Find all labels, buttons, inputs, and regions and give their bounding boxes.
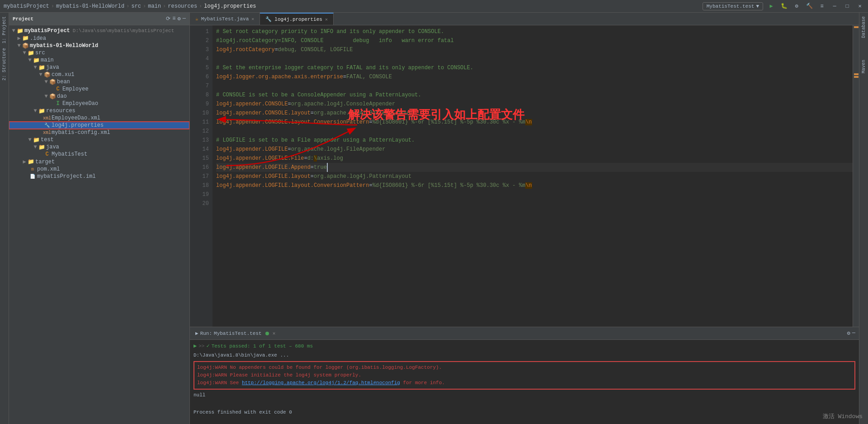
sidebar-item-maven[interactable]: Maven: [860, 58, 867, 75]
tab-bar: ☕ MybatisTest.java ✕ 🔧 log4j.properties …: [190, 13, 859, 25]
folder-icon-test: 📁: [33, 137, 40, 143]
interface-icon: I: [54, 100, 61, 107]
run-status-text: Tests passed: 1 of 1 test – 680 ms: [212, 343, 313, 349]
tree-item-java[interactable]: ▼ 📁 java: [9, 64, 189, 71]
tree-item-mybatisproject[interactable]: ▼ 📁 mybatisProject D:\Java\ssm\mybatis\m…: [9, 27, 189, 34]
build-button[interactable]: 🔨: [805, 2, 814, 11]
sync-icon[interactable]: ⟳: [166, 15, 170, 22]
code-line-7: [216, 81, 853, 91]
code-content[interactable]: # Set root category priority to INFO and…: [212, 25, 853, 327]
collapse-icon[interactable]: ≡: [172, 15, 175, 22]
arrow-resources: ▼: [33, 108, 38, 114]
properties-icon-log4j: 🔧: [43, 122, 51, 129]
run-button[interactable]: ▶: [767, 2, 776, 11]
sep4: ›: [163, 3, 166, 10]
label-src: src: [35, 50, 45, 56]
label-testjava: java: [46, 144, 59, 150]
tree-item-test[interactable]: ▼ 📁 test: [9, 136, 189, 143]
code-line-9: log4j.appender.CONSOLE=org.apache.log4j.…: [216, 100, 853, 109]
package-icon-comxu1: 📦: [43, 71, 51, 78]
window-min[interactable]: —: [830, 2, 839, 11]
label-resources: resources: [46, 108, 75, 114]
window-close[interactable]: ✕: [855, 2, 864, 11]
breadcrumb-main[interactable]: main: [148, 3, 161, 10]
code-line-15: log4j.appender.LOGFILE.File=d:\axis.log: [216, 154, 853, 163]
tree-item-bean[interactable]: ▼ 📦 bean: [9, 78, 189, 86]
label-idea: .idea: [30, 35, 46, 42]
sidebar-item-project[interactable]: 1: Project: [1, 14, 8, 45]
label-employeedao: EmployeeDao: [62, 100, 98, 107]
run-dot: [265, 332, 269, 335]
tree-item-testjava[interactable]: ▼ 📁 java: [9, 143, 189, 151]
package-icon-bean: 📦: [49, 79, 56, 85]
debug-button[interactable]: 🐛: [779, 2, 788, 11]
more-button[interactable]: ≡: [817, 2, 826, 11]
tree-item-employeedaoxml[interactable]: xml EmployeeDao.xml: [9, 114, 189, 122]
run-separator: >>: [198, 343, 204, 349]
code-editor[interactable]: 12345 678910 1112131415 1617181920 # Set…: [190, 25, 853, 327]
sep2: ›: [126, 3, 129, 10]
tree-item-resources[interactable]: ▼ 📁 resources: [9, 107, 189, 114]
tree-item-comxu1[interactable]: ▼ 📦 com.xu1: [9, 71, 189, 78]
warn-line-3: log4j:WARN See http://logging.apache.org…: [197, 379, 852, 387]
tab-log4j[interactable]: 🔧 log4j.properties ✕: [260, 13, 334, 25]
code-line-1: # Set root category priority to INFO and…: [216, 27, 853, 36]
warn-link[interactable]: http://logging.apache.org/log4j/1.2/faq.…: [242, 380, 400, 386]
coverage-button[interactable]: ⚙: [792, 2, 801, 11]
label-iml: mybatisProject.iml: [37, 173, 96, 180]
run-tab-close[interactable]: ✕: [273, 330, 276, 336]
close-panel-icon[interactable]: —: [183, 15, 186, 22]
code-line-3: log4j.rootCategory=debug, CONSOLE, LOGFI…: [216, 45, 853, 54]
tree-item-target[interactable]: ▶ 📁 target: [9, 158, 189, 166]
settings-icon[interactable]: ⚙: [178, 15, 181, 22]
breadcrumb-file[interactable]: log4j.properties: [204, 3, 256, 10]
main-layout: 1: Project 2: Structure Project ⟳ ≡ ⚙ — …: [0, 13, 868, 424]
tree-item-employee[interactable]: C Employee: [9, 86, 189, 93]
code-line-14: log4j.appender.LOGFILE=org.apache.log4j.…: [216, 145, 853, 154]
right-side-panel: Database Maven: [859, 13, 868, 424]
line-numbers: 12345 678910 1112131415 1617181920: [190, 25, 212, 327]
tab-close-mybatistest[interactable]: ✕: [251, 16, 254, 22]
tab-close-log4j[interactable]: ✕: [325, 17, 328, 22]
settings-gear-icon[interactable]: ⚙: [847, 330, 850, 337]
tree-item-dao[interactable]: ▼ 📦 dao: [9, 93, 189, 100]
run-tab[interactable]: ▶ Run: MybatisTest.test ✕: [193, 330, 277, 336]
run-config-selector[interactable]: MybatisTest.test ▼: [703, 2, 763, 10]
code-line-16: log4j.appender.LOGFILE.Append=true: [216, 163, 853, 172]
breadcrumb-module[interactable]: mybatis-01-HelloWorld: [56, 3, 124, 10]
run-icon: ▶: [195, 330, 198, 336]
tree-item-src[interactable]: ▼ 📁 src: [9, 49, 189, 57]
arrow-bean: ▼: [43, 79, 49, 85]
sidebar-item-structure[interactable]: 2: Structure: [1, 46, 8, 82]
run-play-icon[interactable]: ▶: [193, 343, 197, 349]
tree-item-mybatistest[interactable]: C MybatisTest: [9, 151, 189, 158]
sidebar-item-database[interactable]: Database: [860, 14, 867, 40]
arrow-comxu1: ▼: [38, 71, 43, 78]
tree-item-iml[interactable]: 📄 mybatisProject.iml: [9, 173, 189, 180]
window-max[interactable]: □: [843, 2, 852, 11]
breadcrumb-project[interactable]: mybatisProject: [4, 3, 49, 10]
label-helloworld: mybatis-01-HelloWorld: [30, 43, 98, 49]
breadcrumb-src[interactable]: src: [131, 3, 141, 10]
label-target: target: [35, 159, 55, 165]
tree-item-helloworld[interactable]: ▼ 📦 mybatis-01-HelloWorld: [9, 42, 189, 49]
tab-mybatistest[interactable]: ☕ MybatisTest.java ✕: [190, 13, 260, 25]
tree-item-employeedao[interactable]: I EmployeeDao: [9, 100, 189, 107]
gutter-marker-2: [854, 73, 859, 75]
arrow-testjava: ▼: [33, 144, 38, 150]
code-line-12: [216, 127, 853, 136]
bottom-panel-tools: ⚙ —: [847, 330, 855, 337]
tree-item-log4j[interactable]: 🔧 log4j.properties: [9, 122, 189, 129]
minimize-icon[interactable]: —: [852, 330, 855, 337]
tree-item-main[interactable]: ▼ 📁 main: [9, 57, 189, 64]
sep1: ›: [51, 3, 54, 10]
warn-box: log4j:WARN No appenders could be found f…: [193, 361, 855, 390]
label-employeedaoxml: EmployeeDao.xml: [52, 115, 100, 121]
tree-item-idea[interactable]: ▶ 📁 .idea: [9, 34, 189, 42]
warn-line-3-prefix: log4j:WARN See: [197, 380, 242, 386]
tree-item-pom[interactable]: m pom.xml: [9, 166, 189, 173]
class-icon-employee: C: [54, 86, 61, 92]
tree-item-mybatisconfig[interactable]: xml mybatis-config.xml: [9, 129, 189, 136]
breadcrumb-resources[interactable]: resources: [168, 3, 197, 10]
src-icon: 📁: [27, 50, 34, 56]
